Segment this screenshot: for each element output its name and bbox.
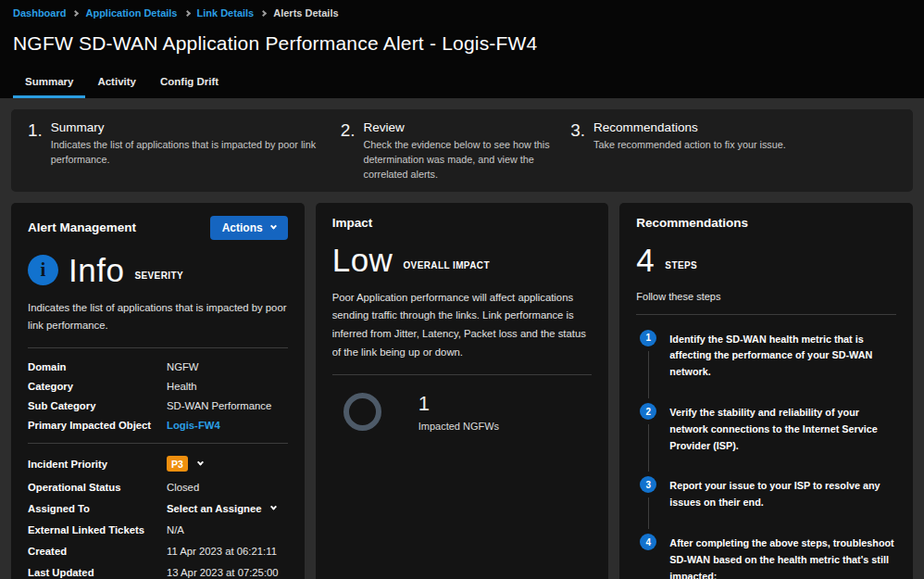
recommendation-steps: 1 Identify the SD-WAN health metric that… — [636, 330, 896, 579]
recommendations-intro: Follow these steps — [636, 291, 896, 302]
divider — [636, 314, 896, 315]
step-rail: 2 — [640, 403, 656, 476]
impact-level-row: Low OVERALL IMPACT — [332, 244, 593, 276]
step-number-badge: 3 — [640, 476, 656, 493]
impact-card: Impact Low OVERALL IMPACT Poor Applicati… — [316, 203, 609, 579]
field-value: 11 Apr 2023 at 06:21:11 — [167, 546, 277, 557]
divider — [28, 347, 288, 348]
step-text: Identify the SD-WAN health metric that i… — [669, 330, 896, 403]
banner-step-description: Take recommended action to fix your issu… — [593, 137, 786, 152]
step-rail: 1 — [640, 330, 656, 403]
chevron-down-icon — [270, 223, 277, 230]
tab-config-drift[interactable]: Config Drift — [148, 69, 231, 98]
step-text: After completing the above steps, troubl… — [669, 534, 896, 579]
steps-count-label: STEPS — [665, 260, 697, 271]
impact-title: Impact — [332, 216, 373, 230]
divider — [28, 443, 288, 444]
primary-impacted-object-link[interactable]: Logis-FW4 — [167, 420, 220, 431]
field-label: Last Updated — [28, 567, 167, 578]
recommendation-step-3: 3 Report your issue to your ISP to resol… — [640, 476, 896, 534]
field-label: Operational Status — [28, 482, 167, 493]
step-rail: 3 — [640, 476, 656, 534]
field-label: Primary Impacted Object — [28, 420, 167, 431]
banner-step-title: Summary — [51, 120, 333, 134]
field-label: External Linked Tickets — [28, 524, 167, 535]
field-label: Created — [28, 546, 167, 557]
alert-management-header: Alert Management Actions — [28, 216, 288, 240]
field-value: 13 Apr 2023 at 07:25:00 — [167, 567, 279, 578]
steps-count-row: 4 STEPS — [636, 244, 896, 276]
assignee-select[interactable]: Select an Assignee — [167, 503, 276, 514]
recommendations-card: Recommendations 4 STEPS Follow these ste… — [619, 203, 913, 579]
field-value: Health — [167, 381, 197, 392]
step-number-badge: 2 — [640, 403, 656, 420]
field-row-primary-impacted-object: Primary Impacted Object Logis-FW4 — [28, 419, 288, 431]
step-number-badge: 1 — [640, 330, 656, 346]
breadcrumb-application-details[interactable]: Application Details — [85, 7, 177, 19]
impacted-ngfws-metric: 1 Impacted NGFWs — [332, 392, 593, 432]
step-text-content: After completing the above steps, troubl… — [669, 537, 893, 579]
main-content: 1. Summary Indicates the list of applica… — [0, 98, 924, 579]
impact-level-value: Low — [332, 244, 393, 276]
field-row-assigned-to: Assigned To Select an Assignee — [28, 502, 288, 514]
severity-value: Info — [69, 254, 124, 286]
tab-summary[interactable]: Summary — [13, 69, 85, 98]
info-severity-icon: i — [28, 255, 58, 285]
breadcrumb-dashboard[interactable]: Dashboard — [13, 7, 66, 19]
recommendation-step-2: 2 Verify the stability and reliability o… — [640, 403, 896, 476]
step-connector-line — [648, 497, 649, 529]
field-row-operational-status: Operational Status Closed — [28, 481, 288, 493]
field-row-external-linked-tickets: External Linked Tickets N/A — [28, 523, 288, 535]
step-text: Verify the stability and reliability of … — [669, 403, 896, 476]
impacted-ngfws-label: Impacted NGFWs — [418, 421, 499, 432]
recommendations-title: Recommendations — [636, 216, 748, 230]
field-label: Sub Category — [28, 400, 167, 411]
field-row-domain: Domain NGFW — [28, 360, 288, 372]
impact-description: Poor Application performance will affect… — [332, 289, 593, 362]
recommendation-step-4: 4 After completing the above steps, trou… — [640, 534, 896, 579]
field-label: Category — [28, 381, 167, 392]
alert-management-card: Alert Management Actions i Info SEVERITY… — [11, 203, 305, 579]
breadcrumb-link-details[interactable]: Link Details — [197, 7, 255, 19]
actions-button[interactable]: Actions — [210, 216, 288, 240]
step-connector-line — [648, 424, 649, 472]
banner-step-description: Indicates the list of applications that … — [51, 137, 333, 167]
step-connector-line — [648, 351, 649, 398]
banner-step-description: Check the evidence below to see how this… — [364, 137, 571, 183]
field-row-category: Category Health — [28, 380, 288, 392]
steps-count-value: 4 — [636, 244, 655, 276]
priority-badge: P3 — [167, 456, 188, 472]
workflow-steps-banner: 1. Summary Indicates the list of applica… — [11, 109, 913, 192]
field-row-sub-category: Sub Category SD-WAN Performance — [28, 399, 288, 411]
recommendation-step-1: 1 Identify the SD-WAN health metric that… — [640, 330, 896, 403]
banner-step-number: 1. — [28, 120, 43, 183]
field-value: NGFW — [167, 361, 199, 372]
assignee-select-value: Select an Assignee — [167, 503, 262, 514]
banner-step-number: 2. — [341, 120, 356, 183]
field-value: SD-WAN Performance — [167, 400, 271, 411]
alert-management-title: Alert Management — [28, 220, 136, 234]
banner-step-title: Recommendations — [593, 120, 786, 134]
field-label: Assigned To — [28, 503, 167, 514]
field-value: N/A — [167, 524, 184, 535]
breadcrumb-separator-icon — [72, 9, 79, 16]
breadcrumb-separator-icon — [260, 9, 267, 16]
actions-button-label: Actions — [222, 221, 263, 234]
impact-level-label: OVERALL IMPACT — [403, 260, 490, 271]
banner-step-summary: 1. Summary Indicates the list of applica… — [28, 120, 341, 183]
field-label: Domain — [28, 361, 167, 372]
banner-step-review: 2. Review Check the evidence below to se… — [341, 120, 571, 183]
field-row-created: Created 11 Apr 2023 at 06:21:11 — [28, 545, 288, 557]
step-text: Report your issue to your ISP to resolve… — [669, 476, 896, 534]
tab-activity[interactable]: Activity — [85, 69, 148, 98]
field-row-incident-priority: Incident Priority P3 — [28, 456, 288, 472]
donut-chart — [343, 393, 381, 431]
chevron-down-icon — [197, 459, 204, 466]
banner-step-title: Review — [364, 120, 571, 134]
step-rail: 4 — [640, 534, 656, 579]
step-number-badge: 4 — [640, 534, 656, 550]
cards-row: Alert Management Actions i Info SEVERITY… — [11, 203, 913, 579]
incident-priority-dropdown[interactable]: P3 — [167, 456, 203, 472]
breadcrumb-separator-icon — [183, 9, 190, 16]
impacted-ngfws-count: 1 — [418, 392, 499, 416]
